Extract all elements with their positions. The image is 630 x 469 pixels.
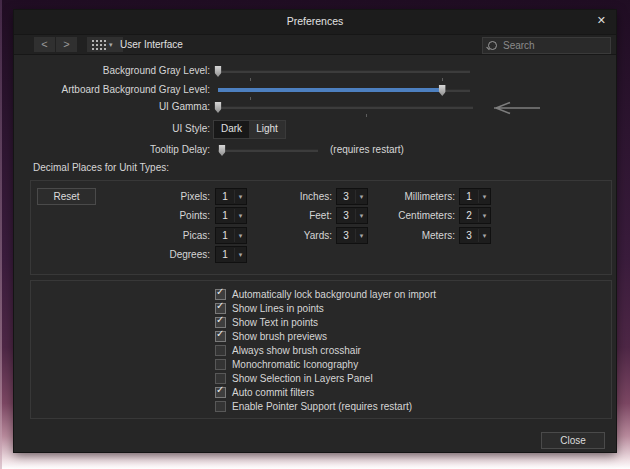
checkbox-label: Enable Pointer Support (requires restart… bbox=[232, 401, 412, 412]
meters-label: Meters: bbox=[355, 230, 455, 241]
checkbox[interactable]: ✓ bbox=[215, 317, 226, 328]
centimeters-label: Centimeters: bbox=[355, 210, 455, 221]
close-button[interactable]: Close bbox=[541, 432, 605, 449]
checkbox-row[interactable]: ✓ Enable Pointer Support (requires resta… bbox=[215, 400, 412, 412]
check-icon: ✓ bbox=[216, 286, 224, 297]
slider-thumb[interactable] bbox=[215, 66, 222, 77]
meters-dropdown[interactable]: 3 ▾ bbox=[459, 227, 491, 244]
centimeters-value: 2 bbox=[460, 210, 478, 221]
millimeters-label: Millimeters: bbox=[355, 191, 455, 202]
slider-tick bbox=[250, 97, 251, 100]
back-icon: < bbox=[41, 38, 47, 50]
checkbox-row[interactable]: ✓ Automatically lock background layer on… bbox=[215, 288, 436, 300]
ui-gamma-slider[interactable] bbox=[218, 101, 473, 117]
artboard-gray-slider[interactable] bbox=[218, 84, 470, 100]
checkbox[interactable]: ✓ bbox=[215, 373, 226, 384]
checkbox-row[interactable]: ✓ Always show brush crosshair bbox=[215, 344, 361, 356]
ui-style-dark-button[interactable]: Dark bbox=[214, 121, 249, 138]
checkbox[interactable]: ✓ bbox=[215, 401, 226, 412]
forward-button[interactable]: > bbox=[56, 37, 77, 52]
checkbox-row[interactable]: ✓ Monochromatic Iconography bbox=[215, 358, 358, 370]
slider-tick bbox=[250, 78, 251, 81]
tooltip-delay-slider[interactable] bbox=[218, 144, 318, 160]
check-icon: ✓ bbox=[216, 300, 224, 311]
ui-style-label: UI Style: bbox=[14, 123, 210, 134]
inches-value: 3 bbox=[337, 191, 355, 202]
meters-value: 3 bbox=[460, 230, 478, 241]
chevron-down-icon: ▾ bbox=[478, 209, 490, 222]
checkbox-row[interactable]: ✓ Show Lines in points bbox=[215, 302, 324, 314]
background-gray-slider[interactable] bbox=[218, 65, 470, 81]
tooltip-delay-label: Tooltip Delay: bbox=[14, 144, 210, 155]
ui-style-segment: Dark Light bbox=[213, 120, 286, 139]
points-label: Points: bbox=[110, 210, 210, 221]
check-icon: ✓ bbox=[216, 328, 224, 339]
yards-label: Yards: bbox=[232, 230, 332, 241]
checkbox[interactable]: ✓ bbox=[215, 345, 226, 356]
view-grid-button[interactable]: ▾ bbox=[87, 37, 123, 52]
chevron-down-icon: ▾ bbox=[109, 41, 113, 49]
yards-value: 3 bbox=[337, 230, 355, 241]
checkbox-label: Show Lines in points bbox=[232, 303, 324, 314]
grid-icon bbox=[92, 40, 106, 50]
checkbox-label: Show Text in points bbox=[232, 317, 318, 328]
slider-track bbox=[218, 70, 470, 73]
title-bar: Preferences ✕ bbox=[14, 10, 616, 35]
tooltip-delay-note: (requires restart) bbox=[330, 144, 404, 155]
checkbox[interactable]: ✓ bbox=[215, 289, 226, 300]
checkbox-label: Show brush previews bbox=[232, 331, 327, 342]
chevron-down-icon: ▾ bbox=[478, 190, 490, 203]
check-icon: ✓ bbox=[216, 314, 224, 325]
checkbox-row[interactable]: ✓ Show Selection in Layers Panel bbox=[215, 372, 373, 384]
picas-label: Picas: bbox=[110, 230, 210, 241]
checkbox-row[interactable]: ✓ Auto commit filters bbox=[215, 386, 314, 398]
slider-tick bbox=[442, 78, 443, 81]
preferences-dialog: Preferences ✕ < > ▾ User Interface Backg… bbox=[14, 10, 616, 452]
inches-label: Inches: bbox=[232, 191, 332, 202]
checkbox-row[interactable]: ✓ Show brush previews bbox=[215, 330, 327, 342]
slider-fill bbox=[218, 88, 442, 92]
forward-icon: > bbox=[63, 38, 69, 50]
annotation-arrow-icon bbox=[476, 100, 542, 116]
checkbox-label: Always show brush crosshair bbox=[232, 345, 361, 356]
search-box[interactable] bbox=[482, 37, 611, 54]
background-gray-label: Background Gray Level: bbox=[14, 65, 210, 76]
section-title: User Interface bbox=[120, 39, 183, 50]
decimal-places-section-label: Decimal Places for Unit Types: bbox=[33, 162, 169, 173]
checkbox-label: Auto commit filters bbox=[232, 387, 314, 398]
millimeters-value: 1 bbox=[460, 191, 478, 202]
checkbox-label: Show Selection in Layers Panel bbox=[232, 373, 373, 384]
slider-track bbox=[218, 149, 318, 152]
artboard-gray-label: Artboard Background Gray Level: bbox=[14, 84, 210, 95]
checkbox[interactable]: ✓ bbox=[215, 331, 226, 342]
checkbox-row[interactable]: ✓ Show Text in points bbox=[215, 316, 318, 328]
checkbox[interactable]: ✓ bbox=[215, 359, 226, 370]
feet-value: 3 bbox=[337, 210, 355, 221]
close-icon[interactable]: ✕ bbox=[597, 14, 606, 27]
search-input[interactable] bbox=[501, 39, 610, 52]
slider-thumb[interactable] bbox=[439, 85, 446, 96]
degrees-value: 1 bbox=[216, 249, 234, 260]
checkbox[interactable]: ✓ bbox=[215, 387, 226, 398]
toolbar: < > ▾ User Interface bbox=[14, 35, 616, 55]
back-button[interactable]: < bbox=[34, 37, 55, 52]
window-title: Preferences bbox=[14, 15, 616, 27]
slider-tick bbox=[366, 114, 367, 117]
pixels-label: Pixels: bbox=[110, 191, 210, 202]
centimeters-dropdown[interactable]: 2 ▾ bbox=[459, 207, 491, 224]
ui-gamma-label: UI Gamma: bbox=[14, 101, 210, 112]
search-icon bbox=[488, 41, 497, 50]
check-icon: ✓ bbox=[216, 384, 224, 395]
chevron-down-icon: ▾ bbox=[478, 229, 490, 242]
slider-track bbox=[218, 106, 473, 109]
checkbox[interactable]: ✓ bbox=[215, 303, 226, 314]
ui-style-light-button[interactable]: Light bbox=[249, 121, 285, 138]
feet-label: Feet: bbox=[232, 210, 332, 221]
degrees-dropdown[interactable]: 1 ▾ bbox=[215, 246, 247, 263]
millimeters-dropdown[interactable]: 1 ▾ bbox=[459, 188, 491, 205]
checkbox-label: Monochromatic Iconography bbox=[232, 359, 358, 370]
slider-thumb[interactable] bbox=[219, 145, 226, 156]
chevron-down-icon: ▾ bbox=[234, 248, 246, 261]
slider-thumb[interactable] bbox=[215, 102, 222, 113]
reset-button[interactable]: Reset bbox=[37, 188, 96, 205]
